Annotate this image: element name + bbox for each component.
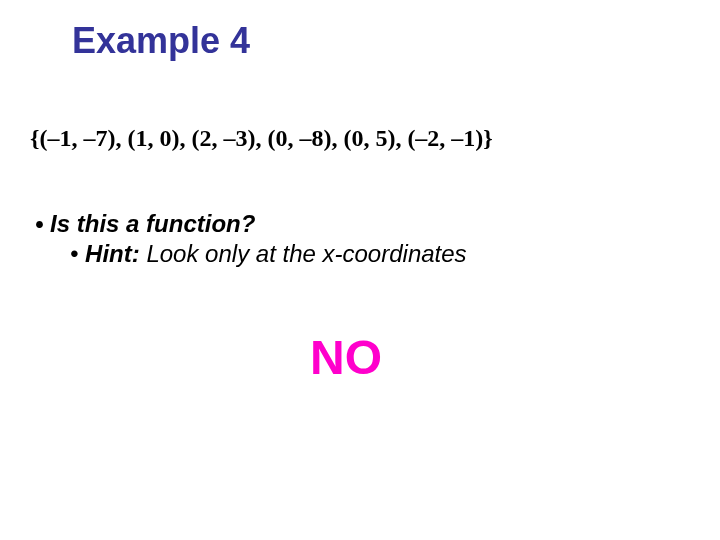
set-expression: {(–1, –7), (1, 0), (2, –3), (0, –8), (0,…: [30, 125, 493, 152]
answer-text: NO: [310, 330, 382, 385]
slide-title: Example 4: [72, 20, 250, 62]
hint-label: Hint:: [85, 240, 140, 267]
hint-line: Hint: Look only at the x-coordinates: [70, 240, 467, 268]
hint-text: Look only at the x-coordinates: [140, 240, 467, 267]
question-text: Is this a function?: [35, 210, 255, 238]
slide: Example 4 {(–1, –7), (1, 0), (2, –3), (0…: [0, 0, 720, 540]
